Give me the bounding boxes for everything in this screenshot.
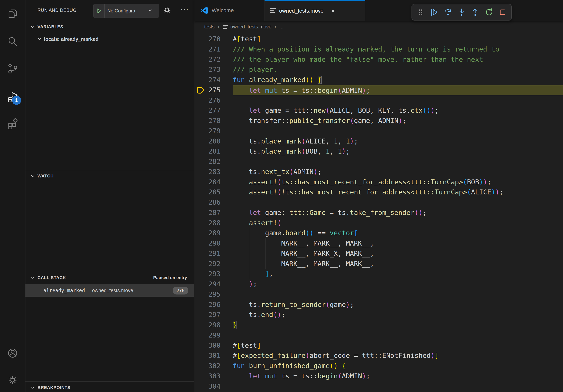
- line-number[interactable]: 278: [194, 116, 233, 126]
- line-number[interactable]: 303: [194, 371, 233, 381]
- stop-button[interactable]: [498, 8, 507, 17]
- code-editor[interactable]: 270#[test]271/// When a position is alre…: [194, 32, 563, 392]
- code-line[interactable]: 298}: [194, 320, 563, 330]
- code-line[interactable]: 287 let game: ttt::Game = ts.take_from_s…: [194, 208, 563, 218]
- step-out-button[interactable]: [471, 8, 480, 17]
- source-control-icon[interactable]: [7, 63, 18, 74]
- close-tab-icon[interactable]: ×: [329, 7, 337, 15]
- code-line[interactable]: 284 assert!(ts::has_most_recent_for_addr…: [194, 177, 563, 187]
- line-number[interactable]: 283: [194, 167, 233, 177]
- line-number[interactable]: 299: [194, 330, 233, 340]
- code-line[interactable]: 279: [194, 126, 563, 136]
- line-number[interactable]: 272: [194, 54, 233, 65]
- code-line[interactable]: 303 let mut ts = ts::begin(ADMIN);: [194, 371, 563, 381]
- breadcrumb-item[interactable]: tests: [204, 24, 215, 30]
- code-line[interactable]: 292 MARK__, MARK__, MARK__,: [194, 259, 563, 269]
- call-stack-frame[interactable]: already_marked owned_tests.move 275: [26, 284, 194, 297]
- variables-scope-locals[interactable]: locals: already_marked: [26, 34, 194, 44]
- breadcrumb-item[interactable]: owned_tests.move: [230, 24, 271, 30]
- variables-section-header[interactable]: VARIABLES: [26, 22, 194, 32]
- line-number[interactable]: 271: [194, 44, 233, 54]
- code-line[interactable]: 302fun burn_unfinished_game() {: [194, 361, 563, 371]
- code-line[interactable]: 271/// When a position is already marked…: [194, 44, 563, 54]
- code-line[interactable]: 274fun already_marked() {: [194, 75, 563, 85]
- code-line[interactable]: 272/// the player who made the "false" m…: [194, 54, 563, 65]
- line-number[interactable]: 298: [194, 320, 233, 330]
- line-number[interactable]: 279: [194, 126, 233, 136]
- line-number[interactable]: 301: [194, 351, 233, 361]
- continue-button[interactable]: [429, 8, 439, 17]
- line-number[interactable]: 286: [194, 197, 233, 208]
- code-line[interactable]: 286: [194, 197, 563, 208]
- tab-owned-tests[interactable]: owned_tests.move ×: [265, 0, 365, 21]
- line-number[interactable]: 274: [194, 75, 233, 85]
- restart-button[interactable]: [484, 8, 494, 17]
- line-number[interactable]: 289: [194, 228, 233, 238]
- settings-gear-icon[interactable]: [7, 374, 18, 386]
- line-number[interactable]: 296: [194, 300, 233, 310]
- tab-welcome[interactable]: Welcome: [194, 0, 265, 21]
- extensions-icon[interactable]: [7, 118, 18, 130]
- debug-settings-gear-icon[interactable]: [162, 6, 172, 15]
- toolbar-drag-handle[interactable]: [416, 8, 425, 17]
- code-line[interactable]: 304: [194, 381, 563, 392]
- run-and-debug-icon[interactable]: 1: [7, 91, 18, 103]
- code-line[interactable]: 270#[test]: [194, 34, 563, 44]
- code-line[interactable]: 282: [194, 157, 563, 167]
- line-number[interactable]: 304: [194, 381, 233, 392]
- code-line[interactable]: 281 ts.place_mark(BOB, 1, 1);: [194, 146, 563, 157]
- code-line[interactable]: 277 let game = ttt::new(ALICE, BOB, KEY,…: [194, 105, 563, 116]
- code-line[interactable]: 289 game.board() == vector[: [194, 228, 563, 238]
- line-number[interactable]: 284: [194, 177, 233, 187]
- line-number[interactable]: 276: [194, 95, 233, 105]
- line-number[interactable]: 270: [194, 34, 233, 44]
- step-over-button[interactable]: [443, 8, 453, 17]
- line-number[interactable]: 302: [194, 361, 233, 371]
- code-line[interactable]: 280 ts.place_mark(ALICE, 1, 1);: [194, 136, 563, 146]
- code-line[interactable]: 276: [194, 95, 563, 105]
- line-number[interactable]: 295: [194, 289, 233, 300]
- code-line[interactable]: 278 transfer::public_transfer(game, ADMI…: [194, 116, 563, 126]
- call-stack-section-header[interactable]: CALL STACK Paused on entry: [26, 273, 194, 283]
- code-line[interactable]: 288 assert!(: [194, 218, 563, 228]
- line-number[interactable]: 291: [194, 248, 233, 259]
- line-number[interactable]: 273: [194, 65, 233, 75]
- line-number[interactable]: 288: [194, 218, 233, 228]
- line-number[interactable]: 290: [194, 238, 233, 248]
- explorer-icon[interactable]: [7, 8, 18, 20]
- code-line[interactable]: 300#[test]: [194, 340, 563, 351]
- line-number[interactable]: 287: [194, 208, 233, 218]
- code-line[interactable]: 297 ts.end();: [194, 310, 563, 320]
- more-actions-icon[interactable]: ···: [180, 7, 189, 11]
- code-line[interactable]: 290 MARK__, MARK__, MARK__,: [194, 238, 563, 248]
- line-number[interactable]: 297: [194, 310, 233, 320]
- code-line[interactable]: 296 ts.return_to_sender(game);: [194, 300, 563, 310]
- line-number[interactable]: 293: [194, 269, 233, 279]
- code-line[interactable]: 293 ],: [194, 269, 563, 279]
- search-icon[interactable]: [7, 36, 18, 47]
- line-number[interactable]: 282: [194, 157, 233, 167]
- watch-section-header[interactable]: WATCH: [26, 171, 194, 181]
- breadcrumb-item[interactable]: ...: [279, 24, 283, 30]
- code-line[interactable]: 283 ts.next_tx(ADMIN);: [194, 167, 563, 177]
- line-number[interactable]: 275: [194, 85, 233, 95]
- code-line[interactable]: 301#[expected_failure(abort_code = ttt::…: [194, 351, 563, 361]
- line-number[interactable]: 280: [194, 136, 233, 146]
- line-number[interactable]: 277: [194, 105, 233, 116]
- debug-config-dropdown[interactable]: No Configura: [93, 4, 159, 18]
- account-icon[interactable]: [7, 347, 18, 359]
- breakpoints-section-header[interactable]: BREAKPOINTS: [26, 382, 194, 392]
- start-debugging-icon[interactable]: [93, 4, 104, 18]
- line-number[interactable]: 294: [194, 279, 233, 289]
- line-number[interactable]: 292: [194, 259, 233, 269]
- code-line[interactable]: 294 );: [194, 279, 563, 289]
- code-line[interactable]: 291 MARK__, MARK_X, MARK__,: [194, 248, 563, 259]
- line-number[interactable]: 281: [194, 146, 233, 157]
- code-line[interactable]: 275 let mut ts = ts::begin(ADMIN);: [194, 85, 563, 95]
- code-line[interactable]: 273/// player.: [194, 65, 563, 75]
- line-number[interactable]: 300: [194, 340, 233, 351]
- step-into-button[interactable]: [457, 8, 466, 17]
- code-line[interactable]: 299: [194, 330, 563, 340]
- line-number[interactable]: 285: [194, 187, 233, 197]
- code-line[interactable]: 285 assert!(!ts::has_most_recent_for_add…: [194, 187, 563, 197]
